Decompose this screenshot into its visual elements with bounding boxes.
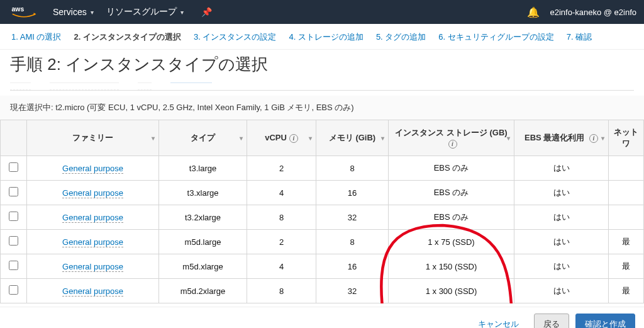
resource-groups-label: リソースグループ xyxy=(106,6,177,18)
col-family[interactable]: ファミリー▾ xyxy=(27,120,159,156)
ebs-cell: はい xyxy=(514,205,609,230)
vcpu-cell: 8 xyxy=(247,205,316,230)
resource-groups-menu[interactable]: リソースグループ ▾ xyxy=(100,6,190,18)
storage-cell: 1 x 300 (SSD) xyxy=(389,279,514,303)
services-label: Services xyxy=(53,7,87,17)
table-row[interactable]: General purposet3.2xlarge832EBS のみはい xyxy=(1,205,644,230)
family-link[interactable]: General purpose xyxy=(62,213,123,223)
table-row[interactable]: General purposem5d.2xlarge8321 x 300 (SS… xyxy=(1,279,644,303)
network-cell: 最 xyxy=(609,254,644,279)
network-cell: 最 xyxy=(609,279,644,303)
account-menu[interactable]: e2info-kaneko @ e2info xyxy=(550,8,636,17)
pin-icon[interactable]: 📌 xyxy=(195,7,218,17)
ebs-cell: はい xyxy=(514,254,609,279)
family-link[interactable]: General purpose xyxy=(62,188,123,198)
family-link[interactable]: General purpose xyxy=(62,164,123,174)
network-cell xyxy=(609,205,644,230)
page-title: 手順 2: インスタンスタイプの選択 xyxy=(0,50,644,78)
info-icon[interactable]: i xyxy=(448,140,457,149)
table-row[interactable]: General purposet3.large28EBS のみはい xyxy=(1,156,644,181)
storage-cell: 1 x 75 (SSD) xyxy=(389,230,514,254)
network-cell xyxy=(609,156,644,181)
chevron-down-icon: ▾ xyxy=(180,9,184,16)
step-4-storage[interactable]: 4. ストレージの追加 xyxy=(289,31,363,43)
step-5-tags[interactable]: 5. タグの追加 xyxy=(376,31,426,43)
services-menu[interactable]: Services ▾ xyxy=(47,7,100,17)
vcpu-cell: 2 xyxy=(247,230,316,254)
type-cell: m5d.large xyxy=(159,230,247,254)
memory-cell: 16 xyxy=(316,181,389,205)
wizard-steps: 1. AMI の選択 2. インスタンスタイプの選択 3. インスタンスの設定 … xyxy=(0,24,644,50)
col-ebs-optimized[interactable]: EBS 最適化利用 i▾ xyxy=(514,120,609,156)
row-checkbox[interactable] xyxy=(9,187,18,196)
ebs-cell: はい xyxy=(514,181,609,205)
ebs-cell: はい xyxy=(514,230,609,254)
col-select xyxy=(1,120,27,156)
family-link[interactable]: General purpose xyxy=(62,286,123,297)
family-link[interactable]: General purpose xyxy=(62,262,123,272)
info-icon[interactable]: i xyxy=(589,134,598,143)
storage-cell: 1 x 150 (SSD) xyxy=(389,254,514,279)
review-launch-button[interactable]: 確認と作成 xyxy=(575,314,635,328)
row-checkbox[interactable] xyxy=(9,212,18,221)
instance-type-table: ファミリー▾ タイプ▾ vCPUi▾ メモリ (GiB)▾ インスタンス ストレ… xyxy=(0,120,644,303)
aws-logo[interactable]: aws xyxy=(11,5,36,19)
bell-icon[interactable]: 🔔 xyxy=(527,6,540,18)
type-cell: m5d.2xlarge xyxy=(159,279,247,303)
table-row[interactable]: General purposet3.xlarge416EBS のみはい xyxy=(1,181,644,205)
step-1-ami[interactable]: 1. AMI の選択 xyxy=(11,31,61,43)
col-storage[interactable]: インスタンス ストレージ (GB) i▾ xyxy=(389,120,514,156)
back-button[interactable]: 戻る xyxy=(534,314,569,328)
network-cell: 最 xyxy=(609,230,644,254)
top-nav: aws Services ▾ リソースグループ ▾ 📌 🔔 e2info-kan… xyxy=(0,0,644,24)
memory-cell: 8 xyxy=(316,156,389,181)
storage-cell: EBS のみ xyxy=(389,205,514,230)
vcpu-cell: 4 xyxy=(247,254,316,279)
current-selection-banner: 現在選択中: t2.micro (可変 ECU, 1 vCPU, 2.5 GHz… xyxy=(0,96,644,120)
row-checkbox[interactable] xyxy=(9,236,18,246)
ebs-cell: はい xyxy=(514,279,609,303)
vcpu-cell: 4 xyxy=(247,181,316,205)
col-memory[interactable]: メモリ (GiB)▾ xyxy=(316,120,389,156)
family-link[interactable]: General purpose xyxy=(62,237,123,247)
chevron-down-icon: ▾ xyxy=(91,9,94,16)
step-7-review[interactable]: 7. 確認 xyxy=(567,31,592,43)
table-row[interactable]: General purposem5d.xlarge4161 x 150 (SSD… xyxy=(1,254,644,279)
svg-text:aws: aws xyxy=(12,6,25,13)
col-type[interactable]: タイプ▾ xyxy=(159,120,247,156)
type-cell: t3.xlarge xyxy=(159,181,247,205)
storage-cell: EBS のみ xyxy=(389,181,514,205)
vcpu-cell: 8 xyxy=(247,279,316,303)
step-2-instance-type[interactable]: 2. インスタンスタイプの選択 xyxy=(74,31,180,43)
col-network[interactable]: ネットワ xyxy=(609,120,644,156)
memory-cell: 16 xyxy=(316,254,389,279)
vcpu-cell: 2 xyxy=(247,156,316,181)
table-row[interactable]: General purposem5d.large281 x 75 (SSD)はい… xyxy=(1,230,644,254)
row-checkbox[interactable] xyxy=(9,162,18,172)
row-checkbox[interactable] xyxy=(9,261,18,270)
storage-cell: EBS のみ xyxy=(389,156,514,181)
network-cell xyxy=(609,181,644,205)
ebs-cell: はい xyxy=(514,156,609,181)
memory-cell: 32 xyxy=(316,279,389,303)
type-cell: t3.2xlarge xyxy=(159,205,247,230)
memory-cell: 32 xyxy=(316,205,389,230)
cancel-button[interactable]: キャンセル xyxy=(469,314,528,328)
type-cell: t3.large xyxy=(159,156,247,181)
info-icon[interactable]: i xyxy=(289,134,298,143)
step-3-configure[interactable]: 3. インスタンスの設定 xyxy=(194,31,276,43)
filter-bar-obscured: ————————————————————— xyxy=(10,78,634,91)
step-6-security-group[interactable]: 6. セキュリティグループの設定 xyxy=(438,31,553,43)
type-cell: m5d.xlarge xyxy=(159,254,247,279)
memory-cell: 8 xyxy=(316,230,389,254)
col-vcpu[interactable]: vCPUi▾ xyxy=(247,120,316,156)
row-checkbox[interactable] xyxy=(9,285,18,295)
wizard-footer: キャンセル 戻る 確認と作成 xyxy=(0,307,644,328)
